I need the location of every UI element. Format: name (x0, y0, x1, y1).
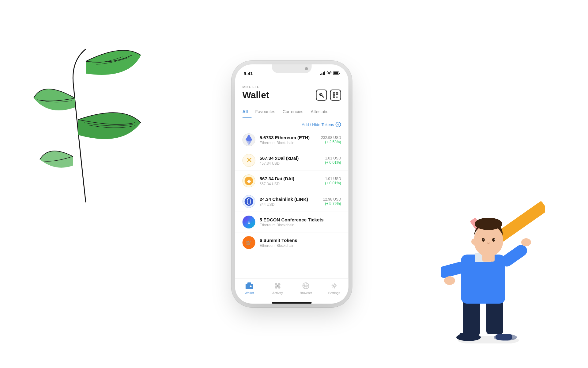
svg-text:✕: ✕ (246, 156, 252, 164)
token-icon-dai: ◈ (243, 174, 255, 187)
browser-nav-icon (302, 282, 310, 290)
svg-rect-2 (339, 73, 340, 74)
token-usd-dai: 1.01 USD (325, 177, 341, 181)
svg-point-37 (277, 285, 278, 287)
nav-browser[interactable]: Browser (292, 282, 320, 295)
dai-icon: ◈ (244, 176, 254, 186)
svg-point-52 (444, 276, 455, 285)
svg-point-60 (475, 218, 502, 230)
svg-point-53 (521, 238, 531, 246)
svg-rect-15 (337, 97, 338, 98)
phone-content: MIKE.ETH Wallet (235, 78, 349, 304)
token-sub-eth: Ethereum Blockchain (260, 141, 317, 145)
token-info-eth: 5.6733 Ethereum (ETH) Ethereum Blockchai… (260, 135, 317, 145)
add-tokens-button[interactable]: Add / Hide Tokens + (302, 122, 341, 127)
svg-text:◈: ◈ (247, 178, 251, 184)
svg-line-5 (322, 96, 324, 97)
svg-point-38 (303, 283, 309, 289)
nav-settings-label: Settings (328, 291, 340, 295)
token-info-summit: 6 Summit Tokens Ethereum Blockchain (260, 238, 337, 248)
phone-screen: 9:41 (235, 64, 349, 304)
svg-point-33 (275, 283, 277, 286)
token-sub-xdai: 457.34 USD (260, 161, 321, 166)
svg-point-62 (492, 238, 495, 242)
token-price-eth: 232.98 USD (+ 2.53%) (321, 136, 341, 144)
token-info-dai: 567.34 Dai (DAI) 557.34 USD (260, 176, 321, 186)
scan-button[interactable] (316, 90, 327, 101)
svg-rect-32 (250, 286, 252, 287)
token-usd-eth: 232.98 USD (321, 136, 341, 140)
qr-icon (333, 92, 338, 98)
eth-diamond-icon (246, 134, 252, 145)
tabs-row: All Favourites Currencies Attestatic (235, 104, 349, 118)
nav-activity[interactable]: Activity (263, 282, 292, 295)
svg-point-61 (482, 238, 485, 242)
svg-point-4 (320, 94, 321, 95)
nav-wallet[interactable]: Wallet (235, 282, 264, 295)
svg-point-63 (484, 239, 484, 240)
wallet-title: Wallet (243, 90, 269, 100)
svg-text:🛒: 🛒 (246, 240, 252, 246)
add-circle-icon: + (336, 122, 341, 127)
token-item-dai[interactable]: ◈ 567.34 Dai (DAI) 557.34 USD 1.01 USD (… (235, 171, 349, 191)
token-usd-link: 12.98 USD (323, 197, 341, 201)
bottom-nav: Wallet Activity (235, 278, 349, 301)
phone-mockup: 9:41 (235, 64, 349, 304)
link-icon (244, 197, 254, 206)
svg-rect-9 (337, 93, 337, 94)
token-name-eth: 5.6733 Ethereum (ETH) (260, 135, 317, 140)
phone-notch (272, 64, 312, 73)
token-item-eth[interactable]: 5.6733 Ethereum (ETH) Ethereum Blockchai… (235, 130, 349, 150)
wallet-nav-icon (245, 282, 253, 290)
scan-icon (319, 92, 324, 98)
token-price-xdai: 1.01 USD (+ 0.01%) (325, 156, 341, 165)
token-item-link[interactable]: 24.34 Chainlink (LINK) 344 USD 12.98 USD… (235, 191, 349, 212)
token-sub-edcon: Ethereum Blockchain (260, 223, 337, 227)
nav-wallet-label: Wallet (245, 291, 254, 295)
token-icon-xdai: ✕ (243, 154, 255, 167)
svg-rect-13 (337, 96, 338, 96)
add-tokens-label: Add / Hide Tokens (302, 122, 334, 127)
svg-text:E: E (247, 220, 250, 224)
svg-point-64 (494, 239, 495, 240)
tab-favourites[interactable]: Favourites (251, 109, 279, 118)
token-sub-link: 344 USD (260, 202, 319, 207)
token-name-link: 24.34 Chainlink (LINK) (260, 197, 319, 202)
token-sub-dai: 557.34 USD (260, 182, 321, 186)
svg-rect-51 (499, 243, 530, 269)
token-name-dai: 567.34 Dai (DAI) (260, 176, 321, 181)
tab-currencies[interactable]: Currencies (279, 109, 307, 118)
wallet-header: MIKE.ETH Wallet (235, 80, 349, 101)
token-item-summit[interactable]: 🛒 6 Summit Tokens Ethereum Blockchain (235, 232, 349, 253)
home-indicator (272, 302, 312, 304)
token-change-link: (+ 5.79%) (323, 201, 341, 206)
activity-nav-icon (273, 282, 281, 290)
token-item-xdai[interactable]: ✕ 567.34 xDai (xDai) 457.34 USD 1.01 USD… (235, 150, 349, 171)
svg-rect-1 (334, 72, 338, 75)
wallet-title-row: Wallet (243, 90, 341, 101)
token-icon-summit: 🛒 (243, 236, 255, 249)
svg-point-35 (275, 286, 277, 289)
wifi-icon (327, 71, 332, 75)
token-usd-xdai: 1.01 USD (325, 156, 341, 160)
add-tokens-row: Add / Hide Tokens + (235, 118, 349, 130)
summit-icon: 🛒 (244, 238, 254, 247)
edcon-icon: E (244, 217, 254, 227)
tab-all[interactable]: All (243, 109, 252, 118)
notch-camera (305, 67, 308, 70)
nav-browser-label: Browser (300, 291, 312, 295)
token-item-edcon[interactable]: E 5 EDCON Conference Tickets Ethereum Bl… (235, 212, 349, 232)
token-icon-eth (243, 133, 255, 146)
nav-settings[interactable]: Settings (320, 282, 349, 295)
status-time: 9:41 (244, 71, 253, 76)
leaves-decoration (24, 25, 147, 209)
signal-icon (320, 71, 325, 75)
token-name-summit: 6 Summit Tokens (260, 238, 337, 243)
settings-nav-icon (330, 282, 338, 290)
token-info-xdai: 567.34 xDai (xDai) 457.34 USD (260, 155, 321, 166)
svg-rect-12 (336, 96, 337, 96)
qr-button[interactable] (330, 90, 341, 101)
tab-attestations[interactable]: Attestatic (307, 109, 332, 118)
svg-rect-45 (496, 334, 512, 340)
svg-rect-30 (246, 284, 253, 289)
